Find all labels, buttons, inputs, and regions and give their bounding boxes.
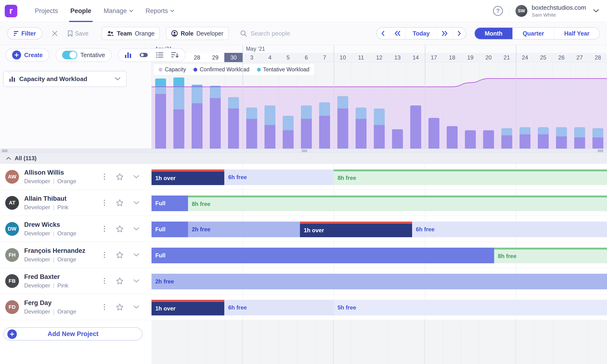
toggle-view-icon[interactable]	[139, 52, 148, 58]
day-cell-25[interactable]: 25	[534, 53, 552, 62]
day-cell-19[interactable]: 19	[461, 53, 479, 62]
expand-chevron-down-icon[interactable]	[133, 279, 139, 283]
day-cell-28[interactable]: 28	[589, 53, 607, 62]
nav-tab-projects[interactable]: Projects	[29, 0, 64, 22]
view-option-month[interactable]: Month	[475, 28, 513, 39]
save-filter-button[interactable]: Save	[67, 30, 88, 37]
expand-chevron-down-icon[interactable]	[133, 227, 139, 231]
kebab-dot	[104, 179, 105, 180]
schedule-bar-over[interactable]: 1h over	[300, 221, 412, 237]
day-cell-11[interactable]: 11	[352, 53, 370, 62]
kebab-menu-icon[interactable]	[103, 199, 106, 207]
day-cell-6[interactable]: 6	[297, 53, 316, 62]
view-option-quarter[interactable]: Quarter	[513, 28, 554, 39]
star-icon[interactable]	[116, 173, 123, 180]
chart-resize-divider[interactable]	[0, 149, 607, 153]
schedule-bar-free-light[interactable]: 6h free	[224, 300, 334, 315]
drag-handle-icon[interactable]	[302, 150, 307, 153]
next-day-button[interactable]	[453, 28, 466, 39]
star-icon[interactable]	[116, 277, 123, 285]
drag-handle-icon[interactable]	[2, 150, 8, 153]
day-cell-24[interactable]: 24	[516, 53, 534, 62]
add-new-project-button[interactable]: Add New Project	[3, 327, 143, 340]
day-cell-18[interactable]: 18	[443, 53, 461, 62]
day-cell-29[interactable]: 29	[206, 53, 224, 62]
schedule-bar-free-light[interactable]: 6h free	[412, 221, 607, 237]
expand-chevron-down-icon[interactable]	[133, 253, 139, 257]
schedule-bar-free-light[interactable]: 6h free	[224, 169, 334, 185]
drag-handle-icon[interactable]	[597, 150, 603, 153]
day-cell-4[interactable]: 4	[261, 53, 279, 62]
schedule-bar-full[interactable]: Full	[152, 248, 494, 263]
star-icon[interactable]	[116, 303, 123, 311]
day-cell-14[interactable]: 14	[407, 53, 425, 62]
expand-chevron-down-icon[interactable]	[133, 175, 139, 179]
chart-type-select[interactable]: Capacity and Workload	[3, 71, 127, 87]
nav-tab-manage[interactable]: Manage	[97, 0, 139, 22]
help-icon[interactable]: ?	[493, 6, 503, 16]
nav-tab-people[interactable]: People	[64, 0, 98, 22]
bar-chart-icon[interactable]	[124, 52, 132, 59]
day-cell-21[interactable]: 21	[498, 53, 516, 62]
today-button[interactable]: Today	[406, 28, 437, 39]
day-cell-13[interactable]: 13	[388, 53, 407, 62]
create-button[interactable]: Create	[5, 48, 49, 62]
schedule-bar-over[interactable]: 1h over	[152, 169, 224, 185]
schedule-bar-full[interactable]: Full	[152, 195, 188, 211]
chart-legend: CapacityConfirmed WorkloadTentative Work…	[154, 64, 314, 75]
star-icon[interactable]	[116, 225, 123, 233]
filter-button[interactable]: Filter	[7, 27, 42, 39]
star-icon[interactable]	[116, 199, 123, 207]
empty-timeline-grid	[152, 320, 607, 364]
day-cell-28[interactable]: 28	[188, 53, 206, 62]
prev-page-button[interactable]	[390, 28, 406, 39]
schedule-bar-free-green[interactable]: 8h free	[494, 248, 607, 263]
day-cell-30[interactable]: 30	[224, 53, 243, 62]
account-chevron-down-icon[interactable]	[593, 9, 599, 13]
group-header-all[interactable]: All (113)	[0, 153, 607, 164]
expand-chevron-down-icon[interactable]	[133, 201, 139, 205]
search-input[interactable]	[251, 30, 329, 37]
filter-chip-role[interactable]: RoleDeveloper	[166, 27, 229, 40]
star-icon[interactable]	[116, 251, 123, 259]
day-cell-12[interactable]: 12	[370, 53, 388, 62]
schedule-bar-free-green[interactable]: 8h free	[334, 169, 607, 185]
nav-tab-reports[interactable]: Reports	[139, 0, 181, 22]
day-cell-26[interactable]: 26	[552, 53, 570, 62]
view-option-half-year[interactable]: Half Year	[554, 28, 599, 39]
empty-grid-cell	[570, 320, 589, 364]
kebab-menu-icon[interactable]	[103, 303, 106, 311]
expand-chevron-down-icon[interactable]	[133, 305, 139, 309]
empty-grid-cell	[534, 320, 552, 364]
schedule-bar-free-mid[interactable]: 2h free	[152, 274, 607, 289]
next-page-button[interactable]	[437, 28, 453, 39]
account-info[interactable]: boxtechstudios.com Sam White	[532, 4, 586, 18]
day-cell-17[interactable]: 17	[425, 53, 443, 62]
schedule-bar-full[interactable]: Full	[152, 221, 188, 237]
tentative-toggle[interactable]: Tentative	[55, 48, 112, 62]
kebab-menu-icon[interactable]	[103, 225, 106, 233]
kebab-menu-icon[interactable]	[103, 173, 106, 181]
schedule-bar-free-green[interactable]: 8h free	[188, 195, 607, 211]
kebab-menu-icon[interactable]	[103, 251, 106, 259]
schedule-bar-free-lighter[interactable]: 5h free	[334, 300, 607, 315]
filter-chip-team[interactable]: TeamOrange	[102, 27, 160, 40]
day-cell-10[interactable]: 10	[334, 53, 352, 62]
person-avatar: FD	[5, 300, 19, 314]
schedule-bar-free-mid[interactable]: 2h free	[188, 221, 300, 237]
legend-dot	[257, 68, 261, 72]
prev-day-button[interactable]	[377, 28, 390, 39]
day-cell-20[interactable]: 20	[479, 53, 498, 62]
schedule-bar-over[interactable]: 1h over	[152, 300, 224, 315]
sort-icon[interactable]	[171, 52, 179, 58]
kebab-menu-icon[interactable]	[103, 277, 106, 285]
clear-filters-icon[interactable]	[52, 31, 58, 36]
day-cell-3[interactable]: 3	[243, 53, 261, 62]
brand-logo[interactable]: r	[5, 5, 17, 17]
list-view-icon[interactable]	[156, 52, 163, 58]
day-cell-27[interactable]: 27	[570, 53, 589, 62]
person-team: Orange	[57, 230, 76, 236]
user-avatar[interactable]: SW	[515, 5, 527, 17]
day-cell-5[interactable]: 5	[279, 53, 297, 62]
day-cell-7[interactable]: 7	[315, 53, 334, 62]
